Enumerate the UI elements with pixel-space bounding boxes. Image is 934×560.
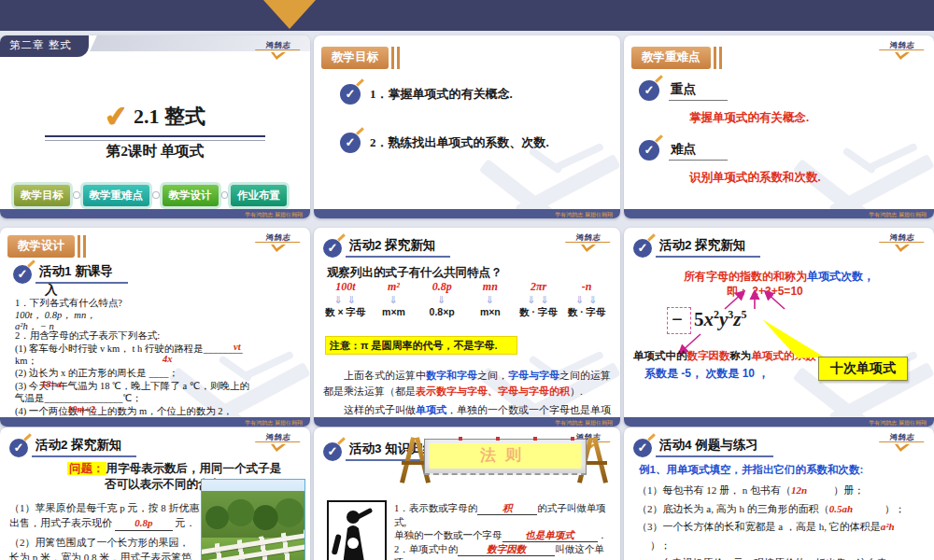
brand-logo-text: 鸿鹄志 xyxy=(255,433,302,442)
brand-logo-text: 鸿鹄志 xyxy=(879,233,926,243)
section-tab: 教学重难点 xyxy=(631,47,722,69)
degree-callout: 十次单项式 xyxy=(818,357,908,381)
red-answer: 4x xyxy=(163,353,173,365)
down-arrows-icon: ⇓ xyxy=(417,294,466,305)
check-circle-icon: ✓ xyxy=(633,439,652,457)
check-circle-icon: ✓ xyxy=(323,239,342,258)
nav-button-homework[interactable]: 作业布置 xyxy=(228,182,290,209)
nav-button-row: 教学目标 教学重难点 教学设计 作业布置 xyxy=(11,183,290,207)
section-tab-label: 教学设计 xyxy=(7,235,75,258)
connector-dot xyxy=(73,191,80,199)
brand-logo: 鸿鹄志 xyxy=(880,233,925,252)
check-circle-icon: ✓ xyxy=(639,80,659,101)
slide-explore-1[interactable]: 鸿鹄志 ✓ 活动2 探究新知 观察列出的式子有什么共同特点？ 100t⇓ ⇓数 … xyxy=(314,228,620,427)
nav-button-design[interactable]: 教学设计 xyxy=(160,182,221,209)
activity-header: ✓ 活动2 探究新知 xyxy=(633,237,760,258)
brand-checkmark-icon xyxy=(271,52,286,60)
activity-header: ✓ 活动1 新课导 xyxy=(13,263,128,284)
explore-question: 观察列出的式子有什么共同特点？ xyxy=(327,265,502,281)
footer-slogan: 学有鸿鹄志 展翅任翱翔 xyxy=(869,419,927,427)
slide-exercises[interactable]: 鸿鹄志 ✓ 活动4 例题与练习 例1、用单项式填空，并指出它们的系数和次数: （… xyxy=(624,427,934,560)
slide-cover[interactable]: 第二章 整式 鸿鹄志 ✔ 2.1 整式 第2课时 单项式 教学目标 教学重难点 … xyxy=(0,35,310,218)
connector-dot xyxy=(221,191,229,199)
banner-text: 法则 xyxy=(430,443,581,469)
slide-footer: 学有鸿鹄志 展翅任翱翔 xyxy=(0,209,310,218)
title-checkmark-icon: ✔ xyxy=(104,104,130,130)
chapter-label: 第二章 整式 xyxy=(0,35,89,57)
red-answer: 12n xyxy=(791,484,807,496)
objective-item: ✓ 1．掌握单项式的有关概念. xyxy=(340,84,513,105)
slide-summary[interactable]: 鸿鹄志 ✓ 活动3 知识归纳 法则 1．表示数或字母的积的式子叫做单项式, 单独… xyxy=(314,427,620,560)
footer-slogan: 学有鸿鹄志 展翅任翱翔 xyxy=(555,419,613,427)
red-answer: 18−a xyxy=(41,378,62,390)
keypoint-title: 重点 xyxy=(669,81,728,101)
nav-button-objectives[interactable]: 教学目标 xyxy=(11,182,73,209)
check-circle-icon: ✓ xyxy=(633,239,652,258)
red-answer: 0.8p xyxy=(134,517,152,528)
slide-explore-2[interactable]: 鸿鹄志 ✓ 活动2 探究新知 所有字母的指数的和称为单项式次数， 即： 2+3+… xyxy=(624,228,934,427)
check-circle-icon: ✓ xyxy=(340,84,361,105)
brand-logo: 鸿鹄志 xyxy=(566,233,611,252)
activity-header: ✓ 活动2 探究新知 xyxy=(323,237,450,258)
slide-explore-question[interactable]: 鸿鹄志 ✓ 活动2 探究新知 问题：用字母表示数后，用同一个式子是 否可以表示不… xyxy=(0,427,310,560)
objective-text: 2．熟练找出单项式的系数、次数. xyxy=(370,134,549,151)
coef-def-red: 数字因数 xyxy=(687,350,730,361)
brand-logo: 鸿鹄志 xyxy=(256,433,301,452)
problem-items: （1）苹果原价是每千克 p 元，按 8 折优惠 出售，用式子表示现价 0.8p … xyxy=(9,500,201,560)
activity-title: 活动2 探究新知 xyxy=(346,237,450,258)
keypoint-head: ✓ 难点 xyxy=(639,140,728,161)
red-answer: 也是单项式 xyxy=(525,530,574,540)
orchard-photo xyxy=(201,479,305,560)
ribbon-icon xyxy=(263,0,316,29)
red-answer: 积 xyxy=(502,503,513,513)
connector-dot xyxy=(152,191,160,199)
check-circle-icon: ✓ xyxy=(323,442,342,461)
brand-checkmark-icon xyxy=(271,245,286,252)
down-arrows-icon: ⇓ ⇓ xyxy=(562,294,611,305)
red-answer: a²h xyxy=(881,521,895,532)
slide-lesson-intro[interactable]: 鸿鹄志 教学设计 ✓ 活动1 新课导 入 1．下列各式有什么特点? 100t， … xyxy=(0,228,310,427)
activity-title: 活动2 探究新知 xyxy=(656,237,760,258)
pi-note: 注意：π 是圆周率的代号，不是字母. xyxy=(325,336,517,355)
slide-subtitle: 第2课时 单项式 xyxy=(0,142,310,161)
activity-title: 活动4 例题与练习 xyxy=(656,437,773,457)
summary-text: 1．表示数或字母的积的式子叫做单项式, 单独的一个数或一个字母也是单项式． 2．… xyxy=(394,502,611,560)
nav-button-keypoints[interactable]: 教学重难点 xyxy=(80,182,153,209)
section-tab-label: 教学目标 xyxy=(321,47,389,69)
brand-checkmark-icon xyxy=(895,245,910,252)
red-answer: 0.5ah xyxy=(829,503,853,514)
expression-columns: 100t⇓ ⇓数 × 字母 m²⇓m×m 0.8p⇓0.8×p mn⇓m×n 2… xyxy=(321,280,611,319)
brand-checkmark-icon xyxy=(581,245,596,252)
brand-logo: 鸿鹄志 xyxy=(880,41,925,60)
slide-keypoints[interactable]: 鸿鹄志 教学重难点 ✓ 重点 掌握单项式的有关概念. ✓ 难点 识别单项式的系数… xyxy=(624,35,934,218)
brand-checkmark-icon xyxy=(895,444,910,452)
exponent-arrows-icon xyxy=(714,289,798,310)
down-arrows-icon: ⇓ xyxy=(466,294,515,305)
footer-slogan: 学有鸿鹄志 展翅任翱翔 xyxy=(245,419,303,427)
brand-logo-text: 鸿鹄志 xyxy=(879,433,926,442)
slide-footer: 学有鸿鹄志 展翅任翱翔 xyxy=(624,417,934,427)
slide-objectives[interactable]: 教学目标 ✓ 1．掌握单项式的有关概念. ✓ 2．熟练找出单项式的系数、次数. … xyxy=(314,35,620,218)
down-arrows-icon: ⇓ ⇓ xyxy=(321,294,370,305)
brand-logo-text: 鸿鹄志 xyxy=(565,233,612,243)
brand-checkmark-icon xyxy=(271,444,286,452)
coef-degree-result: 系数是 -5， 次数是 10 ， xyxy=(644,366,769,382)
exercise-lines: （1）每包书有 12 册， n 包书有（12n）册； （2）底边长为 a, 高为… xyxy=(637,482,921,560)
keypoint-text: 掌握单项式的有关概念. xyxy=(689,110,809,126)
section-tab: 教学目标 xyxy=(321,47,400,69)
brand-logo: 鸿鹄志 xyxy=(256,233,301,252)
check-circle-icon: ✓ xyxy=(639,140,659,161)
check-circle-icon: ✓ xyxy=(9,439,28,457)
activity-title: 活动2 探究新知 xyxy=(32,437,136,457)
footer-slogan: 学有鸿鹄志 展翅任翱翔 xyxy=(869,211,927,218)
footer-slogan: 学有鸿鹄志 展翅任翱翔 xyxy=(555,211,613,218)
brand-logo-text: 鸿鹄志 xyxy=(879,41,926,50)
slide-footer: 学有鸿鹄志 展翅任翱翔 xyxy=(624,209,934,218)
red-answer: 数字因数 xyxy=(487,544,526,554)
footer-slogan: 学有鸿鹄志 展翅任翱翔 xyxy=(245,211,303,218)
slides-overview-page: 第二章 整式 鸿鹄志 ✔ 2.1 整式 第2课时 单项式 教学目标 教学重难点 … xyxy=(0,0,934,560)
degree-rule-red: 所有字母的指数的和称为 xyxy=(684,270,807,283)
down-arrows-icon: ⇓ ⇓ xyxy=(515,294,563,305)
objective-item: ✓ 2．熟练找出单项式的系数、次数. xyxy=(340,133,549,153)
brand-checkmark-icon xyxy=(895,52,910,60)
